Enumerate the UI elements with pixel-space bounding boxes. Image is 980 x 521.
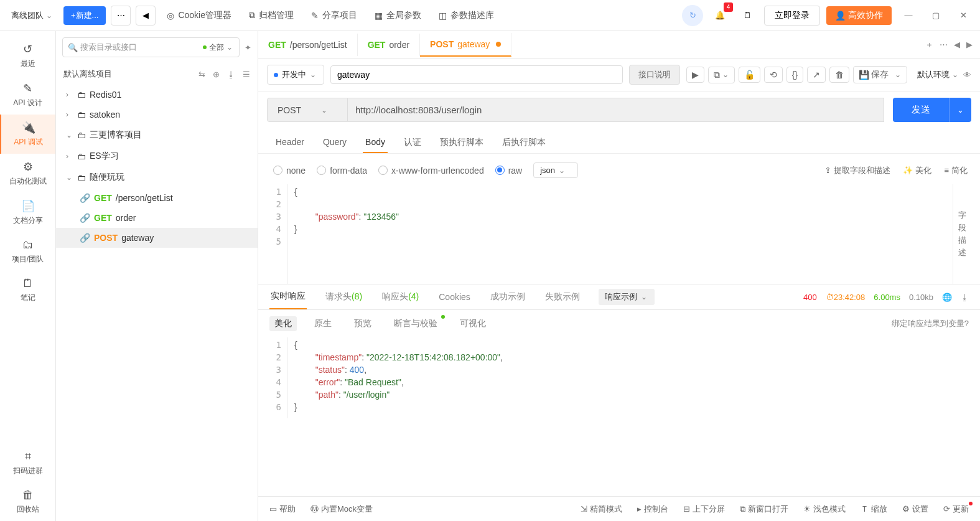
extract-button[interactable]: ⇪提取字段和描述 [824,165,890,176]
resptab-cookies[interactable]: Cookies [437,286,472,308]
refresh-button[interactable]: ⟲ [764,67,783,83]
filter-all[interactable]: 全部⌄ [203,42,234,53]
radio-formdata[interactable]: form-data [317,166,367,176]
resptab-fail[interactable]: 失败示例 [544,285,581,309]
tab-gateway[interactable]: POSTgateway [420,33,511,57]
folder-play[interactable]: ⌄🗀随便玩玩 [56,167,258,188]
sidebar-item-docshare[interactable]: 📄文档分享 [0,193,55,232]
bb-light[interactable]: ☀浅色模式 [803,504,846,515]
sync-button[interactable]: ↻ [682,5,703,26]
bb-settings[interactable]: ⚙设置 [902,504,928,515]
radio-none[interactable]: none [273,166,306,176]
body-editor[interactable]: 12345 { "password": "123456" } 字段描述 [258,184,980,284]
sidebar-item-apidesign[interactable]: ✎API 设计 [0,75,55,115]
folder-es[interactable]: ›🗀ES学习 [56,146,258,167]
subtab-post[interactable]: 后执行脚本 [500,132,548,153]
resptab-respheader[interactable]: 响应头(4) [381,285,420,309]
close-button[interactable]: ✕ [953,5,974,26]
menu-global[interactable]: ▦ 全局参数 [368,6,427,25]
menu-share[interactable]: ✎ 分享项目 [305,6,363,25]
sidebar-item-scan[interactable]: ⌗扫码进群 [0,444,55,482]
subtab-pre[interactable]: 预执行脚本 [437,132,486,153]
api-order[interactable]: 🔗GETorder [56,208,258,228]
status-selector[interactable]: 开发中⌄ [267,65,324,85]
tab-getlist[interactable]: GET/person/getList [258,34,358,56]
add-tab-button[interactable]: ＋ [925,39,933,50]
login-button[interactable]: 立即登录 [764,6,820,26]
menu-paramlib[interactable]: ◫ 参数描述库 [432,6,500,25]
download-response-icon[interactable]: ⭳ [961,293,969,302]
subtab-body[interactable]: Body [363,132,388,153]
beautify-body-button[interactable]: ✨美化 [903,165,931,176]
send-button[interactable]: 发送 [893,98,949,122]
api-name-input[interactable] [330,65,623,84]
response-sample-selector[interactable]: 响应示例⌄ [599,289,655,305]
minimize-button[interactable]: — [898,5,919,26]
sidebar-item-notes[interactable]: 🗒笔记 [0,271,55,309]
note-icon-button[interactable]: 🗒 [737,5,758,26]
sidebar-item-project[interactable]: 🗂项目/团队 [0,232,55,271]
env-selector[interactable]: 默认环境⌄ [917,69,959,80]
bb-newwin[interactable]: ⧉新窗口打开 [740,504,788,515]
field-desc-label[interactable]: 字段描述 [953,184,971,284]
sidebar-item-autotest[interactable]: ⚙自动化测试 [0,154,55,193]
next-tab-button[interactable]: ▶ [966,40,973,49]
resptab-success[interactable]: 成功示例 [489,285,526,309]
sidebar-item-recycle[interactable]: 🗑回收站 [0,482,55,521]
subtab-auth[interactable]: 认证 [401,132,424,153]
eye-icon[interactable]: 👁 [963,70,971,80]
folder-sangen[interactable]: ⌄🗀三更博客项目 [56,124,258,146]
respsub-raw[interactable]: 原生 [309,316,337,331]
tab-order[interactable]: GETorder [358,34,420,56]
bb-zoom[interactable]: Ｔ缩放 [861,504,887,515]
respsub-preview[interactable]: 预览 [349,316,376,331]
run-button[interactable]: ▶ [686,67,704,83]
folder-add-icon[interactable]: ⊕ [213,70,220,79]
menu-cookie[interactable]: ◎ Cookie管理器 [161,6,238,25]
notification-button[interactable]: 🔔 4 [709,5,730,26]
api-gateway[interactable]: 🔗POSTgateway [56,228,258,248]
editor-code[interactable]: { "password": "123456" } [288,184,953,284]
bind-var-hint[interactable]: 绑定响应结果到变量? [892,318,969,329]
download-icon[interactable]: ⭳ [227,70,235,79]
save-button[interactable]: 💾保存⌄ [853,66,907,83]
list-icon[interactable]: ☰ [243,70,250,79]
raw-type-selector[interactable]: json⌄ [533,162,578,178]
response-editor[interactable]: 123456 { "timestamp": "2022-12-18T15:42:… [258,337,980,418]
bb-compact[interactable]: ⇲精简模式 [581,504,622,515]
api-getlist[interactable]: 🔗GET/person/getList [56,188,258,208]
bb-help[interactable]: ▭帮助 [269,504,296,515]
resptab-reqheader[interactable]: 请求头(8) [324,285,363,309]
menu-archive[interactable]: ⧉ 归档管理 [243,6,300,25]
collab-button[interactable]: 👤高效协作 [826,6,892,25]
method-selector[interactable]: POST⌄ [267,98,348,122]
url-input[interactable] [348,98,884,122]
lock-button[interactable]: 🔓 [739,67,760,83]
bb-mock[interactable]: Ⓜ内置Mock变量 [310,504,373,515]
resptab-realtime[interactable]: 实时响应 [269,284,307,309]
sidebar-item-apidebug[interactable]: 🔌API 调试 [0,115,55,154]
respsub-assert[interactable]: 断言与校验 [389,316,442,331]
folder-redis[interactable]: ›🗀Redis01 [56,85,258,105]
more-tabs-button[interactable]: ⋯ [940,40,948,49]
respsub-visual[interactable]: 可视化 [455,316,491,331]
bb-split[interactable]: ⊟上下分屏 [683,504,725,515]
copy-button[interactable]: ⧉⌄ [708,67,735,83]
search-input[interactable]: 🔍 搜索目录或接口 全部⌄ [62,37,240,57]
code-button[interactable]: {} [786,67,803,83]
more-button[interactable]: ⋯ [111,6,131,26]
description-button[interactable]: 接口说明 [629,65,680,85]
prev-tab-button[interactable]: ◀ [954,40,960,49]
export-button[interactable]: ↗ [807,67,826,83]
subtab-query[interactable]: Query [320,132,349,153]
team-selector[interactable]: 离线团队 ⌄ [6,7,58,24]
radio-raw[interactable]: raw [495,166,523,176]
globe-icon[interactable]: 🌐 [942,293,952,302]
simplify-button[interactable]: ≡简化 [944,165,968,176]
respsub-beautify[interactable]: 美化 [269,316,297,331]
sidebar-item-recent[interactable]: ↺最近 [0,36,55,75]
new-button[interactable]: +新建... [63,6,106,25]
locate-icon[interactable]: ✦ [245,43,251,52]
maximize-button[interactable]: ▢ [925,5,946,26]
radio-urlencoded[interactable]: x-www-form-urlencoded [378,166,484,176]
